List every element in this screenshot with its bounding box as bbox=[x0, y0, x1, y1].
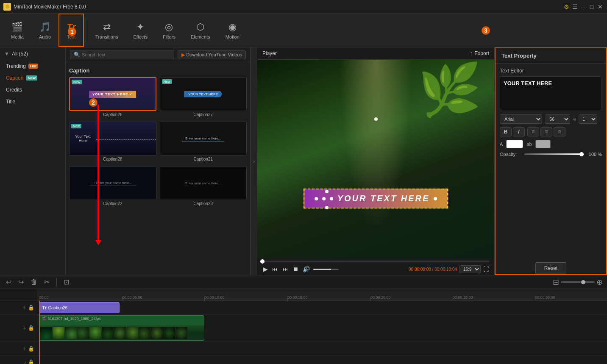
progress-bar[interactable] bbox=[262, 261, 489, 262]
video-clip[interactable]: 🎬 3161307-hd_1920_1080_24fps bbox=[39, 315, 204, 341]
text-editor-box[interactable]: YOUR TEXT HERE bbox=[500, 76, 602, 110]
volume-slider[interactable] bbox=[313, 269, 339, 270]
fern-silhouette: 🌿 bbox=[418, 64, 482, 115]
add-track-icon[interactable]: + bbox=[23, 304, 26, 311]
timeline-toolbar: ↩ ↪ 🗑 ✂ ⊡ ⊟ ⊕ bbox=[0, 275, 607, 289]
lock-icon-audio2[interactable]: 🔒 bbox=[28, 359, 34, 364]
caption21-text: Enter your name here... bbox=[182, 135, 224, 142]
template-caption27[interactable]: New YOUR TEXT HERE Caption27 bbox=[160, 77, 247, 118]
caption28-thumb[interactable]: New Your Text Here bbox=[69, 122, 156, 156]
sidebar-item-title[interactable]: Title bbox=[0, 96, 65, 108]
lock-icon-caption[interactable]: 🔒 bbox=[28, 305, 34, 311]
cut-button[interactable]: ✂ bbox=[42, 277, 51, 287]
close-icon[interactable]: ✕ bbox=[597, 3, 604, 10]
italic-button[interactable]: I bbox=[513, 127, 525, 136]
sidebar-item-caption[interactable]: Caption New bbox=[0, 72, 65, 84]
caption23-thumb[interactable]: Enter your name here... bbox=[160, 166, 247, 200]
next-frame-button[interactable]: ⏭ bbox=[281, 265, 289, 273]
toolbar-elements[interactable]: ⬡ Elements bbox=[183, 14, 218, 47]
template-caption22[interactable]: ↑ Enter your name here... Caption22 bbox=[69, 166, 156, 207]
stroke-color-swatch[interactable] bbox=[535, 140, 551, 148]
template-caption26[interactable]: New YOUR TEXT HERE ✓ Caption26 bbox=[69, 77, 156, 118]
add-video-icon[interactable]: + bbox=[23, 325, 26, 331]
add-audio-icon[interactable]: + bbox=[23, 345, 26, 352]
align-right-button[interactable]: ≡ bbox=[554, 127, 565, 136]
timeline-content[interactable]: 00:00 00:00:05:00 00:00:10:00 00:00:15:0… bbox=[37, 289, 607, 364]
playhead[interactable] bbox=[39, 301, 40, 364]
export-button[interactable]: ↑ Export bbox=[470, 50, 489, 57]
caption28-text: Your Text Here bbox=[70, 133, 96, 144]
tick-10 bbox=[204, 297, 205, 300]
maximize-icon[interactable]: □ bbox=[588, 3, 595, 10]
caption21-thumb[interactable]: Enter your name here... bbox=[160, 122, 247, 156]
zoom-out-icon[interactable]: ⊟ bbox=[553, 278, 559, 287]
opacity-thumb[interactable] bbox=[579, 152, 584, 156]
left-panel-header[interactable]: ▼ All (52) bbox=[0, 47, 65, 60]
caption26-thumb[interactable]: New YOUR TEXT HERE ✓ bbox=[69, 77, 156, 111]
redo-button[interactable]: ↪ bbox=[17, 277, 25, 287]
caption-clip[interactable]: Tr Caption26 bbox=[39, 302, 120, 313]
volume-button[interactable]: 🔊 bbox=[302, 265, 311, 273]
toolbar-audio[interactable]: 🎵 Audio bbox=[31, 14, 58, 47]
align-left-button[interactable]: ≡ bbox=[527, 127, 539, 136]
toolbar-transitions[interactable]: ⇄ Transitions bbox=[88, 14, 125, 47]
progress-thumb[interactable] bbox=[260, 259, 265, 264]
opacity-slider[interactable] bbox=[524, 153, 584, 155]
caption22-thumb[interactable]: ↑ Enter your name here... bbox=[69, 166, 156, 200]
reset-button[interactable]: Reset bbox=[535, 262, 566, 274]
new-badge-26: New bbox=[72, 80, 82, 84]
toolbar-filters[interactable]: ◎ Filters bbox=[155, 14, 183, 47]
lock-icon-audio1[interactable]: 🔒 bbox=[28, 346, 34, 352]
player-panel: Player ↑ Export 🌿 YOUR TEXT HER bbox=[257, 47, 495, 275]
stroke-label: ab bbox=[526, 142, 532, 147]
zoom-slider[interactable] bbox=[561, 281, 595, 283]
handle-bl[interactable] bbox=[325, 190, 329, 193]
handle-br[interactable] bbox=[434, 197, 437, 200]
delete-button[interactable]: 🗑 bbox=[29, 278, 39, 287]
minimize-icon[interactable]: ─ bbox=[580, 3, 587, 10]
toolbar-effects[interactable]: ✦ Effects bbox=[126, 14, 155, 47]
prev-frame-button[interactable]: ⏮ bbox=[271, 265, 279, 273]
template-caption21[interactable]: Enter your name here... Caption21 bbox=[160, 122, 247, 163]
lock-icon-video[interactable]: 🔒 bbox=[28, 325, 34, 331]
crop-button[interactable]: ⊡ bbox=[62, 277, 71, 287]
zoom-in-icon[interactable]: ⊕ bbox=[596, 278, 603, 287]
annotation-1: 1 bbox=[68, 28, 76, 36]
align-center-button[interactable]: ≡ bbox=[540, 127, 552, 136]
font-select[interactable]: Arial Times New Roman Helvetica bbox=[500, 114, 542, 124]
toolbar-motion[interactable]: ◉ Motion bbox=[218, 14, 247, 47]
template-caption28[interactable]: New Your Text Here Caption28 bbox=[69, 122, 156, 163]
sidebar-item-trending[interactable]: Trending Hot bbox=[0, 60, 65, 72]
caption27-thumb[interactable]: New YOUR TEXT HERE bbox=[160, 77, 247, 111]
hamburger-icon[interactable]: ☰ bbox=[571, 3, 578, 10]
bold-button[interactable]: B bbox=[500, 127, 512, 136]
undo-button[interactable]: ↩ bbox=[4, 277, 13, 287]
template-caption23[interactable]: Enter your name here... Caption23 bbox=[160, 166, 247, 207]
search-input[interactable] bbox=[82, 52, 170, 57]
settings-icon[interactable]: ⚙ bbox=[563, 3, 570, 10]
line-height-select[interactable]: 1 1.5 2 bbox=[579, 114, 597, 124]
music-icon: ♪ bbox=[24, 359, 26, 364]
audio-track-lane-1 bbox=[37, 342, 607, 356]
font-color-swatch[interactable] bbox=[506, 140, 523, 148]
tick-30 bbox=[535, 297, 535, 300]
caption27-name: Caption27 bbox=[160, 111, 247, 118]
fullscreen-button[interactable]: ⛶ bbox=[483, 266, 489, 272]
sidebar-item-credits[interactable]: Credits bbox=[0, 84, 65, 96]
toolbar-media[interactable]: 🎬 Media bbox=[3, 14, 31, 47]
transitions-icon: ⇄ bbox=[103, 22, 111, 33]
aspect-ratio-select[interactable]: 16:9 9:16 4:3 bbox=[459, 265, 481, 273]
handle-ml[interactable] bbox=[325, 206, 329, 209]
player-title: Player bbox=[262, 50, 277, 56]
audio-label: Audio bbox=[39, 34, 51, 39]
handle-tl[interactable] bbox=[315, 197, 318, 200]
size-select[interactable]: 56 48 64 72 bbox=[545, 114, 570, 124]
search-box[interactable]: 🔍 bbox=[70, 50, 174, 59]
handle-tr[interactable] bbox=[330, 197, 333, 200]
timeline-area: ↩ ↪ 🗑 ✂ ⊡ ⊟ ⊕ + 🔒 + 🔒 bbox=[0, 275, 607, 364]
play-button[interactable]: ▶ bbox=[262, 265, 269, 273]
download-youtube-btn[interactable]: ▶ Download YouTube Videos bbox=[178, 50, 246, 59]
stop-button[interactable]: ⏹ bbox=[292, 265, 299, 273]
handle-tm[interactable] bbox=[322, 197, 326, 200]
collapse-panel-btn[interactable]: › bbox=[251, 47, 257, 275]
